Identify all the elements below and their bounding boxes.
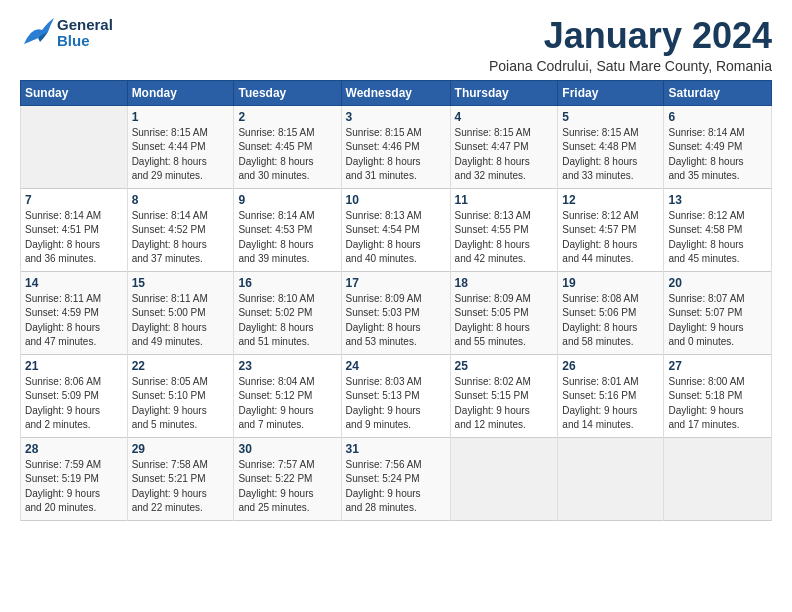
day-number: 22 — [132, 359, 230, 373]
calendar-cell: 22Sunrise: 8:05 AM Sunset: 5:10 PM Dayli… — [127, 354, 234, 437]
calendar-cell — [558, 437, 664, 520]
day-number: 18 — [455, 276, 554, 290]
calendar-week-row: 28Sunrise: 7:59 AM Sunset: 5:19 PM Dayli… — [21, 437, 772, 520]
day-number: 26 — [562, 359, 659, 373]
day-info: Sunrise: 8:10 AM Sunset: 5:02 PM Dayligh… — [238, 292, 336, 350]
calendar-cell: 21Sunrise: 8:06 AM Sunset: 5:09 PM Dayli… — [21, 354, 128, 437]
calendar-cell: 7Sunrise: 8:14 AM Sunset: 4:51 PM Daylig… — [21, 188, 128, 271]
logo-general: General — [57, 17, 113, 34]
day-number: 14 — [25, 276, 123, 290]
day-number: 4 — [455, 110, 554, 124]
calendar-cell: 3Sunrise: 8:15 AM Sunset: 4:46 PM Daylig… — [341, 105, 450, 188]
day-info: Sunrise: 8:15 AM Sunset: 4:46 PM Dayligh… — [346, 126, 446, 184]
calendar-cell: 2Sunrise: 8:15 AM Sunset: 4:45 PM Daylig… — [234, 105, 341, 188]
day-info: Sunrise: 8:14 AM Sunset: 4:53 PM Dayligh… — [238, 209, 336, 267]
day-info: Sunrise: 8:13 AM Sunset: 4:54 PM Dayligh… — [346, 209, 446, 267]
calendar-week-row: 21Sunrise: 8:06 AM Sunset: 5:09 PM Dayli… — [21, 354, 772, 437]
day-info: Sunrise: 8:15 AM Sunset: 4:48 PM Dayligh… — [562, 126, 659, 184]
day-info: Sunrise: 8:01 AM Sunset: 5:16 PM Dayligh… — [562, 375, 659, 433]
day-number: 17 — [346, 276, 446, 290]
calendar-header: SundayMondayTuesdayWednesdayThursdayFrid… — [21, 80, 772, 105]
calendar-cell — [21, 105, 128, 188]
calendar-week-row: 14Sunrise: 8:11 AM Sunset: 4:59 PM Dayli… — [21, 271, 772, 354]
weekday-row: SundayMondayTuesdayWednesdayThursdayFrid… — [21, 80, 772, 105]
day-number: 27 — [668, 359, 767, 373]
calendar-cell: 20Sunrise: 8:07 AM Sunset: 5:07 PM Dayli… — [664, 271, 772, 354]
day-number: 16 — [238, 276, 336, 290]
day-info: Sunrise: 7:57 AM Sunset: 5:22 PM Dayligh… — [238, 458, 336, 516]
calendar-cell: 14Sunrise: 8:11 AM Sunset: 4:59 PM Dayli… — [21, 271, 128, 354]
day-info: Sunrise: 8:05 AM Sunset: 5:10 PM Dayligh… — [132, 375, 230, 433]
day-number: 9 — [238, 193, 336, 207]
calendar-cell — [664, 437, 772, 520]
logo: General Blue — [20, 16, 113, 50]
day-number: 25 — [455, 359, 554, 373]
day-info: Sunrise: 8:12 AM Sunset: 4:58 PM Dayligh… — [668, 209, 767, 267]
calendar-cell: 25Sunrise: 8:02 AM Sunset: 5:15 PM Dayli… — [450, 354, 558, 437]
calendar-cell — [450, 437, 558, 520]
day-number: 19 — [562, 276, 659, 290]
calendar-table: SundayMondayTuesdayWednesdayThursdayFrid… — [20, 80, 772, 521]
day-number: 8 — [132, 193, 230, 207]
day-info: Sunrise: 8:07 AM Sunset: 5:07 PM Dayligh… — [668, 292, 767, 350]
day-number: 15 — [132, 276, 230, 290]
day-number: 23 — [238, 359, 336, 373]
weekday-header: Tuesday — [234, 80, 341, 105]
calendar-cell: 15Sunrise: 8:11 AM Sunset: 5:00 PM Dayli… — [127, 271, 234, 354]
weekday-header: Thursday — [450, 80, 558, 105]
day-number: 11 — [455, 193, 554, 207]
calendar-cell: 17Sunrise: 8:09 AM Sunset: 5:03 PM Dayli… — [341, 271, 450, 354]
calendar-cell: 4Sunrise: 8:15 AM Sunset: 4:47 PM Daylig… — [450, 105, 558, 188]
location-subtitle: Poiana Codrului, Satu Mare County, Roman… — [489, 58, 772, 74]
calendar-cell: 16Sunrise: 8:10 AM Sunset: 5:02 PM Dayli… — [234, 271, 341, 354]
day-number: 31 — [346, 442, 446, 456]
calendar-cell: 29Sunrise: 7:58 AM Sunset: 5:21 PM Dayli… — [127, 437, 234, 520]
day-info: Sunrise: 8:03 AM Sunset: 5:13 PM Dayligh… — [346, 375, 446, 433]
day-info: Sunrise: 8:14 AM Sunset: 4:52 PM Dayligh… — [132, 209, 230, 267]
calendar-cell: 11Sunrise: 8:13 AM Sunset: 4:55 PM Dayli… — [450, 188, 558, 271]
calendar-cell: 5Sunrise: 8:15 AM Sunset: 4:48 PM Daylig… — [558, 105, 664, 188]
day-info: Sunrise: 8:14 AM Sunset: 4:49 PM Dayligh… — [668, 126, 767, 184]
calendar-cell: 1Sunrise: 8:15 AM Sunset: 4:44 PM Daylig… — [127, 105, 234, 188]
month-title: January 2024 — [489, 16, 772, 56]
calendar-cell: 9Sunrise: 8:14 AM Sunset: 4:53 PM Daylig… — [234, 188, 341, 271]
day-info: Sunrise: 8:15 AM Sunset: 4:44 PM Dayligh… — [132, 126, 230, 184]
day-number: 21 — [25, 359, 123, 373]
calendar-cell: 27Sunrise: 8:00 AM Sunset: 5:18 PM Dayli… — [664, 354, 772, 437]
day-info: Sunrise: 8:09 AM Sunset: 5:03 PM Dayligh… — [346, 292, 446, 350]
day-info: Sunrise: 8:12 AM Sunset: 4:57 PM Dayligh… — [562, 209, 659, 267]
calendar-body: 1Sunrise: 8:15 AM Sunset: 4:44 PM Daylig… — [21, 105, 772, 520]
day-number: 29 — [132, 442, 230, 456]
weekday-header: Sunday — [21, 80, 128, 105]
day-number: 2 — [238, 110, 336, 124]
weekday-header: Wednesday — [341, 80, 450, 105]
calendar-week-row: 1Sunrise: 8:15 AM Sunset: 4:44 PM Daylig… — [21, 105, 772, 188]
calendar-cell: 30Sunrise: 7:57 AM Sunset: 5:22 PM Dayli… — [234, 437, 341, 520]
day-info: Sunrise: 8:11 AM Sunset: 5:00 PM Dayligh… — [132, 292, 230, 350]
weekday-header: Friday — [558, 80, 664, 105]
day-number: 3 — [346, 110, 446, 124]
day-number: 13 — [668, 193, 767, 207]
day-info: Sunrise: 8:08 AM Sunset: 5:06 PM Dayligh… — [562, 292, 659, 350]
day-number: 20 — [668, 276, 767, 290]
day-info: Sunrise: 7:58 AM Sunset: 5:21 PM Dayligh… — [132, 458, 230, 516]
weekday-header: Monday — [127, 80, 234, 105]
day-number: 28 — [25, 442, 123, 456]
day-number: 12 — [562, 193, 659, 207]
calendar-cell: 26Sunrise: 8:01 AM Sunset: 5:16 PM Dayli… — [558, 354, 664, 437]
logo-bird-icon — [20, 16, 54, 50]
page-container: General Blue January 2024 Poiana Codrulu… — [0, 0, 792, 531]
header: General Blue January 2024 Poiana Codrulu… — [20, 16, 772, 74]
day-number: 30 — [238, 442, 336, 456]
day-info: Sunrise: 8:09 AM Sunset: 5:05 PM Dayligh… — [455, 292, 554, 350]
day-info: Sunrise: 8:06 AM Sunset: 5:09 PM Dayligh… — [25, 375, 123, 433]
calendar-cell: 28Sunrise: 7:59 AM Sunset: 5:19 PM Dayli… — [21, 437, 128, 520]
calendar-cell: 23Sunrise: 8:04 AM Sunset: 5:12 PM Dayli… — [234, 354, 341, 437]
day-info: Sunrise: 8:15 AM Sunset: 4:47 PM Dayligh… — [455, 126, 554, 184]
calendar-cell: 8Sunrise: 8:14 AM Sunset: 4:52 PM Daylig… — [127, 188, 234, 271]
day-info: Sunrise: 8:15 AM Sunset: 4:45 PM Dayligh… — [238, 126, 336, 184]
logo-text: General Blue — [20, 16, 113, 50]
day-number: 7 — [25, 193, 123, 207]
calendar-cell: 19Sunrise: 8:08 AM Sunset: 5:06 PM Dayli… — [558, 271, 664, 354]
calendar-week-row: 7Sunrise: 8:14 AM Sunset: 4:51 PM Daylig… — [21, 188, 772, 271]
